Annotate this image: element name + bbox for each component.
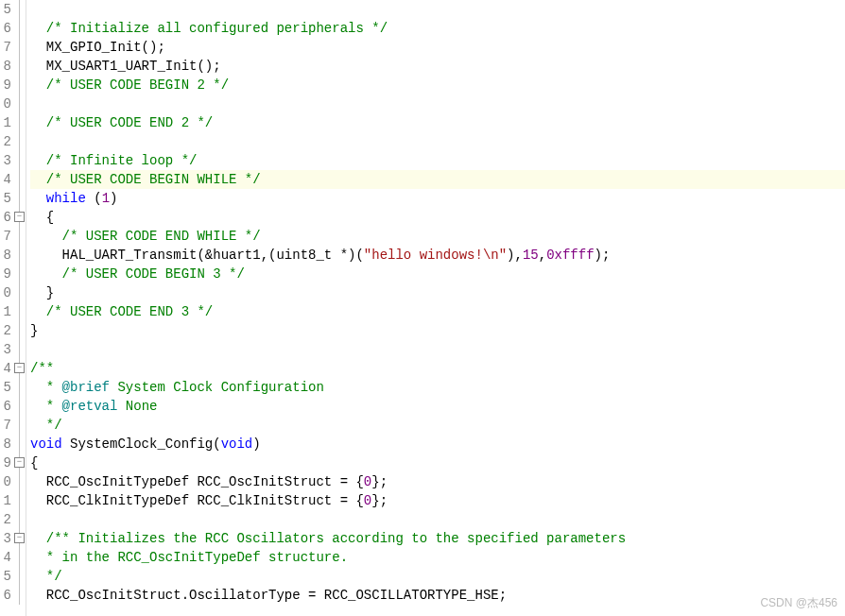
code-line[interactable] — [30, 132, 845, 151]
line-number: 7 — [0, 416, 11, 435]
code-line[interactable] — [30, 94, 845, 113]
line-number: 2 — [0, 510, 11, 529]
code-line[interactable]: { — [30, 453, 845, 472]
code-line[interactable] — [30, 510, 845, 529]
line-number: 8 — [0, 435, 11, 453]
code-line[interactable]: /* Infinite loop */ — [30, 151, 845, 170]
code-line[interactable]: /* USER CODE BEGIN 3 */ — [30, 265, 845, 283]
code-line[interactable]: HAL_UART_Transmit(&huart1,(uint8_t *)("h… — [30, 246, 845, 265]
fold-toggle[interactable]: − — [14, 533, 25, 543]
line-number: 9 — [0, 76, 11, 94]
code-line[interactable]: */ — [30, 416, 845, 435]
fold-toggle[interactable]: − — [14, 457, 25, 468]
code-line[interactable]: * in the RCC_OscInitTypeDef structure. — [30, 548, 845, 567]
line-number: 3 — [0, 529, 11, 548]
code-line[interactable]: /* USER CODE END 3 */ — [30, 302, 845, 321]
line-number: 6 — [0, 397, 11, 416]
line-number: 1 — [0, 491, 11, 510]
line-number: 6 — [0, 19, 11, 38]
line-number: 0 — [0, 283, 11, 302]
code-line[interactable]: /** Initializes the RCC Oscillators acco… — [30, 529, 845, 548]
code-editor[interactable]: 56789012345678901234567890123456 −−−− /*… — [0, 0, 845, 616]
code-line[interactable]: */ — [30, 567, 845, 586]
code-line[interactable]: while (1) — [30, 189, 845, 208]
line-number: 9 — [0, 453, 11, 472]
line-number: 2 — [0, 321, 11, 340]
line-number: 0 — [0, 472, 11, 491]
line-number: 5 — [0, 0, 11, 19]
code-line[interactable]: /* USER CODE END WHILE */ — [30, 227, 845, 246]
line-number: 5 — [0, 189, 11, 208]
code-line[interactable]: /** — [30, 359, 845, 378]
code-line[interactable]: /* USER CODE BEGIN 2 */ — [30, 76, 845, 94]
line-number: 3 — [0, 340, 11, 359]
line-number: 0 — [0, 94, 11, 113]
code-line[interactable]: } — [30, 283, 845, 302]
line-number: 9 — [0, 265, 11, 283]
line-number: 7 — [0, 227, 11, 246]
code-line[interactable]: RCC_OscInitTypeDef RCC_OscInitStruct = {… — [30, 472, 845, 491]
code-line[interactable] — [30, 0, 845, 19]
line-number: 4 — [0, 359, 11, 378]
code-line[interactable]: void SystemClock_Config(void) — [30, 435, 845, 453]
line-number: 2 — [0, 132, 11, 151]
fold-toggle[interactable]: − — [14, 363, 25, 373]
line-number: 3 — [0, 151, 11, 170]
code-line[interactable]: } — [30, 321, 845, 340]
line-number: 5 — [0, 567, 11, 586]
line-number: 6 — [0, 586, 11, 605]
code-line[interactable]: * @retval None — [30, 397, 845, 416]
code-line[interactable]: RCC_OscInitStruct.OscillatorType = RCC_O… — [30, 586, 845, 605]
fold-toggle[interactable]: − — [14, 212, 25, 222]
line-number: 4 — [0, 170, 11, 189]
code-line[interactable]: MX_GPIO_Init(); — [30, 38, 845, 57]
fold-column: −−−− — [13, 0, 26, 616]
code-line[interactable]: /* USER CODE END 2 */ — [30, 113, 845, 132]
code-line[interactable]: { — [30, 208, 845, 227]
code-line[interactable]: RCC_ClkInitTypeDef RCC_ClkInitStruct = {… — [30, 491, 845, 510]
code-line[interactable]: * @brief System Clock Configuration — [30, 378, 845, 397]
line-number: 8 — [0, 246, 11, 265]
code-line[interactable]: MX_USART1_UART_Init(); — [30, 57, 845, 76]
code-line[interactable]: /* Initialize all configured peripherals… — [30, 19, 845, 38]
line-number: 4 — [0, 548, 11, 567]
line-number: 8 — [0, 57, 11, 76]
code-line[interactable]: /* USER CODE BEGIN WHILE */ — [30, 170, 845, 189]
line-number-gutter: 56789012345678901234567890123456 — [0, 0, 13, 616]
line-number: 6 — [0, 208, 11, 227]
code-line[interactable] — [30, 340, 845, 359]
code-area[interactable]: /* Initialize all configured peripherals… — [26, 0, 845, 616]
line-number: 1 — [0, 113, 11, 132]
line-number: 7 — [0, 38, 11, 57]
line-number: 1 — [0, 302, 11, 321]
line-number: 5 — [0, 378, 11, 397]
